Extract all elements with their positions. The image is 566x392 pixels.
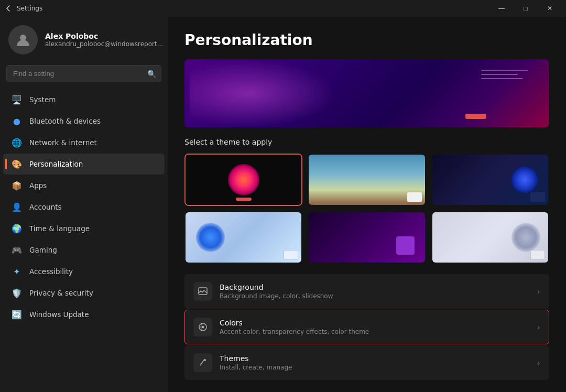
sidebar-item-accessibility[interactable]: ✦ Accessibility: [3, 261, 165, 282]
back-icon[interactable]: [4, 4, 13, 13]
avatar: [8, 25, 38, 55]
title-bar: Settings — □ ✕: [0, 0, 566, 17]
theme-window-3: [530, 192, 545, 202]
theme-window-4: [284, 250, 298, 259]
themes-chevron: ›: [537, 358, 540, 368]
accounts-icon: 👤: [12, 202, 22, 212]
background-text: Background Background image, color, slid…: [220, 283, 333, 300]
sidebar-label-system: System: [29, 95, 56, 104]
app-title: Settings: [17, 5, 42, 12]
background-subtitle: Background image, color, slideshow: [220, 292, 333, 300]
sidebar-item-gaming[interactable]: 🎮 Gaming: [3, 239, 165, 260]
theme-card-gray-swirl[interactable]: [431, 211, 549, 264]
theme-purple-inner: [309, 212, 424, 263]
bluetooth-icon: ●: [12, 116, 22, 126]
settings-item-background[interactable]: Background Background image, color, slid…: [184, 274, 549, 309]
user-name: Alex Poloboc: [45, 32, 163, 40]
background-svg: [198, 286, 208, 297]
background-title: Background: [220, 283, 333, 291]
minimize-button[interactable]: —: [489, 0, 514, 17]
themes-grid: [184, 154, 549, 264]
hero-line-1: [481, 70, 528, 71]
sidebar-label-time: Time & language: [29, 224, 90, 233]
colors-icon: [193, 318, 212, 336]
svg-point-3: [202, 326, 204, 329]
hero-line-2: [481, 74, 518, 75]
hero-lines: [481, 70, 528, 79]
settings-list: Background Background image, color, slid…: [184, 274, 549, 380]
sidebar-label-accessibility: Accessibility: [29, 267, 73, 276]
settings-item-themes[interactable]: Themes Install, create, manage ›: [184, 345, 549, 380]
apps-icon: 📦: [12, 180, 22, 191]
themes-icon: [193, 353, 212, 372]
settings-item-themes-left: Themes Install, create, manage: [193, 353, 292, 372]
theme-landscape-inner: [309, 155, 424, 205]
theme-card-purple[interactable]: [308, 211, 426, 264]
themes-title: Themes: [220, 354, 292, 363]
page-title: Personalization: [184, 31, 549, 49]
sidebar-label-update: Windows Update: [29, 310, 89, 319]
sidebar-item-time[interactable]: 🌍 Time & language: [3, 218, 165, 239]
maximize-button[interactable]: □: [514, 0, 538, 17]
sidebar-label-gaming: Gaming: [29, 246, 57, 254]
theme-blue-dark-inner: [432, 155, 548, 205]
sidebar-label-personalization: Personalization: [29, 160, 83, 168]
sidebar-label-privacy: Privacy & security: [29, 289, 93, 297]
sidebar-item-privacy[interactable]: 🛡️ Privacy & security: [3, 282, 165, 303]
theme-card-blue-dark[interactable]: [431, 154, 549, 206]
sidebar-item-personalization[interactable]: 🎨 Personalization: [3, 154, 165, 175]
sidebar-item-accounts[interactable]: 👤 Accounts: [3, 197, 165, 217]
settings-item-colors-left: Colors Accent color, transparency effect…: [193, 318, 369, 336]
sidebar-item-system[interactable]: 🖥️ System: [3, 89, 165, 110]
hero-accent: [465, 114, 486, 119]
gaming-icon: 🎮: [12, 245, 22, 255]
sidebar-item-bluetooth[interactable]: ● Bluetooth & devices: [3, 111, 165, 132]
colors-text: Colors Accent color, transparency effect…: [220, 319, 369, 335]
theme-card-landscape[interactable]: [308, 154, 426, 206]
svg-point-4: [204, 359, 206, 361]
themes-subtitle: Install, create, manage: [220, 364, 292, 371]
colors-title: Colors: [220, 319, 369, 327]
settings-item-background-left: Background Background image, color, slid…: [193, 282, 333, 301]
user-icon: [15, 31, 31, 48]
system-icon: 🖥️: [12, 94, 22, 105]
personalization-icon: 🎨: [12, 159, 22, 169]
settings-item-colors[interactable]: Colors Accent color, transparency effect…: [184, 310, 549, 344]
colors-chevron: ›: [537, 322, 540, 332]
accessibility-icon: ✦: [12, 266, 22, 277]
search-input[interactable]: [6, 65, 161, 82]
theme-card-blue-light[interactable]: [184, 211, 302, 264]
title-bar-left: Settings: [4, 4, 42, 13]
theme-window-6: [530, 250, 545, 259]
themes-text: Themes Install, create, manage: [220, 354, 292, 371]
sidebar-item-update[interactable]: 🔄 Windows Update: [3, 304, 165, 325]
hero-banner: [184, 59, 549, 127]
theme-blue-light-inner: [186, 212, 301, 263]
time-icon: 🌍: [12, 223, 22, 234]
sidebar-label-accounts: Accounts: [29, 203, 62, 211]
theme-dark-floral-inner: [186, 155, 301, 205]
theme-accent-5: [396, 236, 415, 255]
hero-banner-inner: [184, 59, 549, 127]
search-icon: 🔍: [147, 70, 156, 78]
sidebar-item-apps[interactable]: 📦 Apps: [3, 175, 165, 196]
sidebar-label-apps: Apps: [29, 181, 47, 190]
close-button[interactable]: ✕: [538, 0, 562, 17]
app-container: Alex Poloboc alexandru_poloboc@windowsre…: [0, 17, 566, 392]
theme-gray-swirl-inner: [432, 212, 548, 263]
theme-bar-1: [236, 198, 252, 201]
sidebar: Alex Poloboc alexandru_poloboc@windowsre…: [0, 17, 168, 392]
window-controls: — □ ✕: [489, 0, 562, 17]
themes-svg: [198, 357, 208, 368]
privacy-icon: 🛡️: [12, 288, 22, 298]
theme-card-dark-floral[interactable]: [184, 154, 302, 206]
user-section[interactable]: Alex Poloboc alexandru_poloboc@windowsre…: [0, 17, 168, 65]
sidebar-label-bluetooth: Bluetooth & devices: [29, 117, 101, 125]
background-icon: [193, 282, 212, 301]
sidebar-item-network[interactable]: 🌐 Network & internet: [3, 132, 165, 153]
main-content: Personalization Select a theme to apply: [168, 17, 566, 392]
sidebar-nav: 🖥️ System ● Bluetooth & devices 🌐 Networ…: [0, 89, 168, 325]
user-info: Alex Poloboc alexandru_poloboc@windowsre…: [45, 32, 163, 48]
hero-line-3: [481, 78, 523, 79]
colors-subtitle: Accent color, transparency effects, colo…: [220, 328, 369, 335]
